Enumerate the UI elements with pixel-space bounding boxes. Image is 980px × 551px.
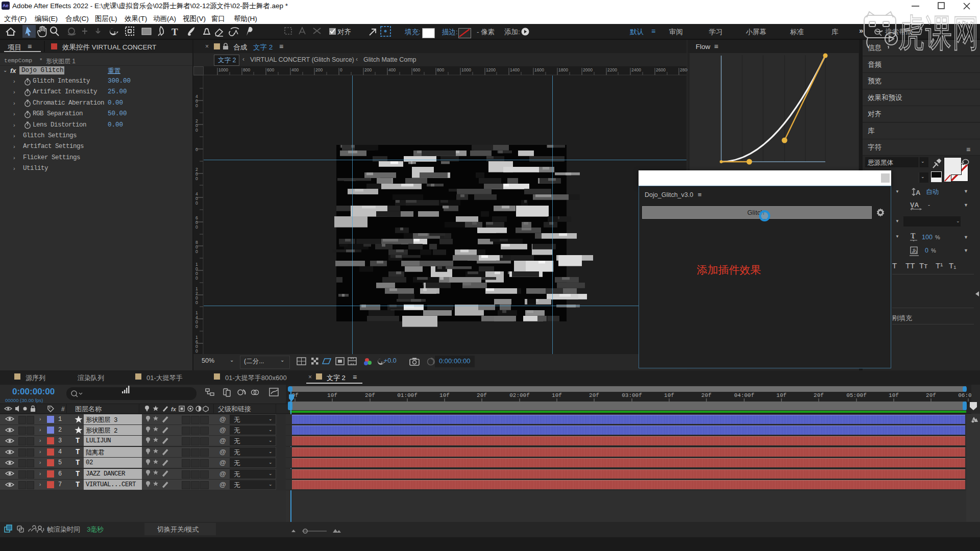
svg-text:1400: 1400	[510, 67, 520, 72]
svg-text:#: #	[61, 406, 65, 413]
svg-text:20f: 20f	[365, 392, 375, 398]
svg-text:02:00f: 02:00f	[509, 392, 530, 398]
svg-text:20f: 20f	[477, 392, 487, 398]
svg-text:200: 200	[364, 67, 372, 72]
svg-text:V̭A: V̭A	[910, 202, 919, 209]
svg-text:0: 0	[195, 201, 198, 206]
svg-text:0: 0	[195, 348, 198, 354]
svg-text:0: 0	[195, 103, 198, 108]
svg-text:10f: 10f	[889, 392, 899, 398]
svg-text:2600: 2600	[656, 67, 666, 72]
svg-text:1800: 1800	[558, 67, 568, 72]
svg-text:あ: あ	[912, 247, 917, 254]
svg-text:A: A	[916, 189, 921, 196]
svg-text:600: 600	[413, 67, 420, 72]
svg-text:0: 0	[340, 67, 342, 72]
svg-text:2400: 2400	[631, 67, 641, 72]
svg-text:20f: 20f	[926, 392, 936, 398]
svg-text:1000: 1000	[461, 67, 471, 72]
svg-text:10f: 10f	[327, 392, 337, 398]
svg-text:0: 0	[195, 128, 198, 133]
svg-text:10f: 10f	[552, 392, 562, 398]
svg-text:T: T	[911, 232, 916, 240]
svg-text:2000: 2000	[583, 67, 593, 72]
svg-text:400: 400	[388, 67, 396, 72]
svg-text:T: T	[172, 27, 178, 37]
svg-text:2200: 2200	[607, 67, 617, 72]
svg-text:0: 0	[195, 176, 198, 181]
svg-text:400: 400	[291, 67, 299, 72]
svg-text:10f: 10f	[664, 392, 674, 398]
svg-text:20f: 20f	[589, 392, 599, 398]
svg-text:200: 200	[315, 67, 323, 72]
svg-text:10f: 10f	[776, 392, 787, 398]
svg-text:800: 800	[243, 67, 250, 72]
svg-text:0: 0	[195, 300, 198, 305]
svg-text:1000: 1000	[218, 67, 228, 72]
svg-text:1600: 1600	[534, 67, 544, 72]
svg-text:10f: 10f	[439, 392, 450, 398]
svg-text:800: 800	[437, 67, 444, 72]
svg-text:0: 0	[195, 147, 198, 152]
svg-text:05:00f: 05:00f	[846, 392, 867, 398]
svg-text:1200: 1200	[486, 67, 496, 72]
svg-text:01:00f: 01:00f	[397, 392, 418, 398]
svg-text:04:00f: 04:00f	[734, 392, 754, 398]
svg-text:03:00f: 03:00f	[622, 392, 642, 398]
svg-text:fx: fx	[171, 406, 177, 412]
svg-text:0: 0	[195, 276, 198, 281]
svg-text:对齐: 对齐	[337, 28, 351, 36]
svg-text:0: 0	[195, 324, 198, 329]
svg-text:600: 600	[267, 67, 274, 72]
svg-text:20f: 20f	[814, 392, 824, 398]
svg-text:0: 0	[195, 224, 198, 230]
svg-text:20f: 20f	[701, 392, 712, 398]
svg-text:0: 0	[195, 249, 198, 254]
